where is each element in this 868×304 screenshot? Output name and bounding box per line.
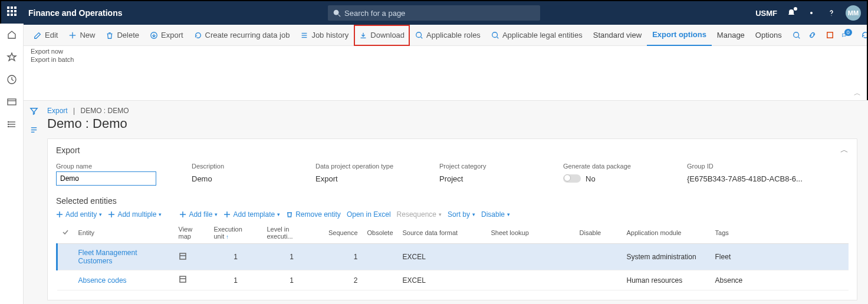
group-name-input[interactable]: [56, 171, 156, 186]
row-select-cell[interactable]: [57, 270, 74, 290]
resequence-button[interactable]: Resequence▾: [397, 210, 442, 219]
add-entity-button[interactable]: Add entity▾: [56, 210, 102, 219]
appmod-cell: Human resources: [622, 270, 711, 290]
topbar: Finance and Operations Search for a page…: [1, 1, 867, 25]
main-panel: Export | DEMO : DEMO Demo : Demo Export …: [44, 101, 868, 304]
related-icon[interactable]: [29, 125, 38, 136]
job-history-button[interactable]: Job history: [295, 25, 354, 46]
workspaces-icon[interactable]: [6, 97, 17, 107]
manage-tab[interactable]: Manage: [712, 25, 750, 46]
table-row[interactable]: Fleet Management Customers111EXCELSystem…: [57, 244, 849, 270]
table-row[interactable]: Absence codes112EXCELHuman resourcesAbse…: [57, 270, 849, 290]
link-icon[interactable]: [806, 29, 819, 42]
col-appmod[interactable]: Application module: [622, 222, 711, 244]
home-icon[interactable]: [6, 29, 17, 40]
export-panel-header[interactable]: Export ︿: [56, 145, 849, 156]
global-search[interactable]: Search for a page: [328, 5, 540, 21]
row-select-cell[interactable]: [57, 244, 74, 270]
breadcrumb-root[interactable]: Export: [47, 107, 68, 115]
app-launcher-icon[interactable]: [7, 6, 20, 19]
col-sheet[interactable]: Sheet lookup: [486, 222, 575, 244]
svg-point-29: [8, 124, 8, 125]
breadcrumb-separator: |: [73, 107, 75, 115]
modules-icon[interactable]: [6, 119, 17, 130]
options-tab[interactable]: Options: [750, 25, 787, 46]
entities-grid: Entity View map Execution unit↑ Level in…: [56, 222, 849, 290]
add-file-button[interactable]: Add file▾: [179, 210, 218, 219]
col-disable[interactable]: Disable: [575, 222, 622, 244]
recent-icon[interactable]: [6, 74, 17, 85]
col-level[interactable]: Level in executi...: [262, 222, 321, 244]
level-cell: 1: [262, 270, 321, 290]
action-bar: Edit New Delete Export Create recurring …: [1, 25, 867, 46]
svg-point-16: [793, 32, 798, 37]
company-code[interactable]: USMF: [755, 9, 777, 18]
source-cell: EXCEL: [398, 270, 486, 290]
applicable-roles-button[interactable]: Applicable roles: [410, 25, 486, 46]
svg-point-2: [810, 12, 813, 14]
export-now-button[interactable]: Export now: [31, 47, 861, 55]
view-map-icon[interactable]: [174, 270, 209, 290]
office-icon[interactable]: [824, 29, 837, 42]
help-icon[interactable]: [826, 7, 837, 19]
entity-link[interactable]: Absence codes: [78, 276, 127, 285]
svg-point-14: [492, 32, 498, 37]
sequence-cell: 1: [321, 244, 363, 270]
search-icon: [333, 9, 341, 17]
svg-point-12: [416, 32, 422, 37]
collapse-toolbar-icon[interactable]: ︿: [854, 88, 861, 98]
obsolete-cell: [363, 270, 398, 290]
chevron-up-icon[interactable]: ︿: [840, 145, 849, 156]
create-recurring-button[interactable]: Create recurring data job: [189, 25, 295, 46]
export-in-batch-button[interactable]: Export in batch: [31, 55, 861, 64]
refresh-icon[interactable]: [859, 29, 868, 42]
messages-icon[interactable]: 0: [841, 29, 854, 42]
settings-icon[interactable]: [805, 7, 817, 19]
sequence-cell: 2: [321, 270, 363, 290]
col-select[interactable]: [57, 222, 74, 244]
col-source[interactable]: Source data format: [398, 222, 486, 244]
entity-link[interactable]: Fleet Management Customers: [78, 249, 137, 265]
find-button[interactable]: [787, 25, 806, 46]
col-sequence[interactable]: Sequence: [321, 222, 363, 244]
view-map-icon[interactable]: [174, 244, 209, 270]
open-in-excel-button[interactable]: Open in Excel: [347, 210, 391, 219]
notifications-icon[interactable]: [785, 7, 797, 19]
new-button[interactable]: New: [63, 25, 100, 46]
favorites-icon[interactable]: [6, 52, 17, 62]
disable-cell: [575, 244, 622, 270]
left-nav-rail: [0, 24, 24, 304]
filter-icon[interactable]: [29, 107, 38, 117]
page-title: Demo : Demo: [47, 116, 857, 131]
export-button[interactable]: Export: [144, 25, 189, 46]
export-options-tab[interactable]: Export options: [647, 25, 712, 46]
col-obsolete[interactable]: Obsolete: [363, 222, 398, 244]
edit-button[interactable]: Edit: [28, 25, 63, 46]
execunit-cell: 1: [209, 244, 262, 270]
svg-point-30: [8, 127, 8, 127]
generate-package-toggle[interactable]: [563, 174, 581, 183]
col-entity[interactable]: Entity: [74, 222, 174, 244]
add-multiple-button[interactable]: Add multiple▾: [108, 210, 162, 219]
download-button[interactable]: Download: [354, 25, 410, 46]
operation-type-value: Export: [315, 171, 404, 186]
svg-point-0: [334, 10, 339, 15]
standard-view-button[interactable]: Standard view: [588, 25, 647, 46]
applicable-legal-entities-button[interactable]: Applicable legal entities: [486, 25, 588, 46]
export-panel: Export ︿ Group name Description Demo Dat…: [47, 138, 857, 300]
col-viewmap[interactable]: View map: [174, 222, 209, 244]
breadcrumb-current: DEMO : DEMO: [81, 107, 129, 115]
project-category-value: Project: [439, 171, 528, 186]
delete-button[interactable]: Delete: [100, 25, 144, 46]
col-execunit[interactable]: Execution unit↑: [209, 222, 262, 244]
remove-entity-button[interactable]: Remove entity: [286, 210, 341, 219]
svg-line-1: [338, 15, 341, 17]
add-template-button[interactable]: Add template▾: [223, 210, 280, 219]
source-cell: EXCEL: [398, 244, 486, 270]
col-tags[interactable]: Tags: [711, 222, 849, 244]
user-avatar[interactable]: MM: [846, 5, 861, 21]
sort-by-button[interactable]: Sort by▾: [448, 210, 475, 219]
generate-package-field: Generate data package No: [563, 163, 652, 186]
disable-button[interactable]: Disable▾: [481, 210, 510, 219]
svg-rect-42: [180, 253, 186, 259]
